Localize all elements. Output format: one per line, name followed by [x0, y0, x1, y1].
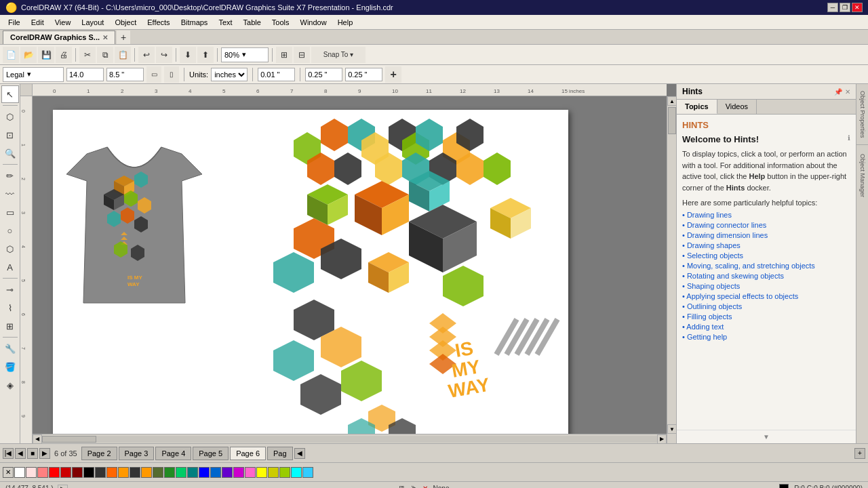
- open-button[interactable]: 📂: [20, 47, 37, 63]
- document-tab[interactable]: CorelDRAW Graphics S... ✕: [3, 30, 115, 44]
- hints-close-button[interactable]: ✕: [845, 88, 850, 96]
- polygon-tool[interactable]: ⬡: [1, 240, 19, 258]
- page-canvas[interactable]: IS MY WAY Artwork by Jose Tzontlimatzi L…: [53, 110, 568, 443]
- color-swatch-darkyellow[interactable]: [268, 467, 279, 478]
- color-swatch-ltblue[interactable]: [302, 467, 313, 478]
- interactive-fill-tool[interactable]: ◈: [1, 376, 19, 394]
- hints-info-icon[interactable]: ℹ: [848, 134, 850, 142]
- snap-button[interactable]: ⊞: [276, 47, 292, 63]
- object-properties-tab[interactable]: Object Properties: [856, 84, 869, 145]
- nudge-input[interactable]: [258, 68, 295, 81]
- landscape-button[interactable]: ▯: [164, 66, 179, 83]
- scroll-up-button[interactable]: ▲: [667, 96, 676, 106]
- plus-button[interactable]: +: [385, 66, 401, 83]
- color-swatch-darkred[interactable]: [60, 467, 71, 478]
- color-swatch-darkgray[interactable]: [95, 467, 106, 478]
- arrow-icon[interactable]: ▶: [58, 485, 68, 489]
- scrollbar-vertical[interactable]: ▲ ▼: [667, 96, 676, 443]
- parallel-dim-tool[interactable]: ⊸: [1, 281, 19, 298]
- menu-table[interactable]: Table: [238, 17, 267, 28]
- color-swatch-pink1[interactable]: [26, 467, 37, 478]
- tab-close-button[interactable]: ✕: [102, 34, 108, 41]
- menu-object[interactable]: Object: [109, 17, 142, 28]
- color-swatch-purple[interactable]: [222, 467, 233, 478]
- shape-tool[interactable]: ⬡: [1, 108, 19, 125]
- link-connector-lines[interactable]: • Drawing connector lines: [682, 221, 850, 229]
- freehand-tool[interactable]: ✏: [1, 167, 19, 184]
- prev-page-button[interactable]: ◀: [15, 448, 26, 459]
- menu-bitmaps[interactable]: Bitmaps: [176, 17, 214, 28]
- tab-topics[interactable]: Topics: [677, 100, 717, 114]
- page-tab-6[interactable]: Page 6: [230, 447, 266, 460]
- ellipse-tool[interactable]: ○: [1, 222, 19, 239]
- smart-draw-tool[interactable]: 〰: [1, 185, 19, 203]
- color-swatch-red[interactable]: [49, 467, 60, 478]
- stop-button[interactable]: ■: [27, 448, 38, 459]
- zoom-dropdown[interactable]: 80% ▾: [221, 47, 269, 62]
- save-button[interactable]: 💾: [38, 47, 54, 63]
- menu-layout[interactable]: Layout: [76, 17, 109, 28]
- link-dimension-lines[interactable]: • Drawing dimension lines: [682, 231, 850, 239]
- color-swatch-blue[interactable]: [199, 467, 210, 478]
- color-swatch-mint[interactable]: [176, 467, 186, 478]
- color-swatch-teal[interactable]: [187, 467, 198, 478]
- color-swatch-pink2[interactable]: [37, 467, 48, 478]
- link-outlining[interactable]: • Outlining objects: [682, 302, 850, 310]
- object-manager-tab[interactable]: Object Manager: [856, 145, 869, 206]
- color-swatch-dark2[interactable]: [130, 467, 140, 478]
- connector-tool[interactable]: ⌇: [1, 299, 19, 317]
- link-adding-text[interactable]: • Adding text: [682, 323, 850, 331]
- color-swatch-medblue[interactable]: [210, 467, 221, 478]
- menu-file[interactable]: File: [3, 17, 26, 28]
- add-tab-button[interactable]: +: [117, 30, 130, 44]
- position-x-input[interactable]: [305, 68, 342, 81]
- scroll-pages-left[interactable]: ◀: [294, 448, 305, 459]
- scroll-down-button[interactable]: ▼: [667, 424, 676, 434]
- menu-help[interactable]: Help: [332, 17, 359, 28]
- color-swatch-olive[interactable]: [153, 467, 163, 478]
- scroll-thumb-h[interactable]: [42, 436, 96, 443]
- redo-button[interactable]: ↪: [156, 47, 172, 63]
- position-y-input[interactable]: [345, 68, 382, 81]
- text-tool[interactable]: A: [1, 258, 19, 276]
- tab-videos[interactable]: Videos: [717, 100, 757, 114]
- menu-tools[interactable]: Tools: [267, 17, 295, 28]
- zoom-tool[interactable]: 🔍: [1, 144, 19, 162]
- page-tab-4[interactable]: Page 4: [155, 447, 191, 460]
- portrait-button[interactable]: ▭: [146, 66, 161, 83]
- color-swatch-magenta[interactable]: [233, 467, 244, 478]
- color-swatch-black[interactable]: [83, 467, 94, 478]
- page-width-input[interactable]: [66, 68, 104, 81]
- new-button[interactable]: 📄: [3, 47, 19, 63]
- page-size-dropdown[interactable]: Legal ▾: [3, 67, 64, 82]
- color-swatch-yellow[interactable]: [256, 467, 267, 478]
- page-tab-5[interactable]: Page 5: [193, 447, 229, 460]
- snap-to-button[interactable]: Snap To ▾: [311, 47, 366, 63]
- color-swatch-maroon[interactable]: [72, 467, 83, 478]
- scroll-thumb-v[interactable]: [668, 107, 676, 134]
- paste-button[interactable]: 📋: [115, 47, 131, 63]
- select-tool[interactable]: ↖: [1, 85, 19, 103]
- hints-pin-button[interactable]: 📌: [834, 88, 842, 96]
- units-dropdown[interactable]: inches mm cm pixels: [211, 68, 248, 81]
- import-button[interactable]: ⬇: [180, 47, 196, 63]
- color-swatch-hotpink[interactable]: [245, 467, 256, 478]
- menu-text[interactable]: Text: [213, 17, 237, 28]
- link-getting-help[interactable]: • Getting help: [682, 333, 850, 341]
- link-moving-scaling[interactable]: • Moving, scaling, and stretching object…: [682, 262, 850, 270]
- color-swatch-orange[interactable]: [106, 467, 117, 478]
- table-tool[interactable]: ⊞: [1, 317, 19, 335]
- fill-tool[interactable]: 🪣: [1, 358, 19, 375]
- page-tab-next[interactable]: Pag: [267, 447, 293, 460]
- cut-button[interactable]: ✂: [79, 47, 96, 63]
- eyedropper-tool[interactable]: 🔧: [1, 340, 19, 357]
- link-special-effects[interactable]: • Applying special effects to objects: [682, 292, 850, 300]
- color-swatch-white[interactable]: [14, 467, 25, 478]
- color-swatch-amber[interactable]: [141, 467, 152, 478]
- color-swatch-green[interactable]: [164, 467, 175, 478]
- minimize-button[interactable]: ─: [827, 3, 838, 12]
- link-drawing-lines[interactable]: • Drawing lines: [682, 211, 850, 219]
- color-swatch-cyan[interactable]: [291, 467, 302, 478]
- link-selecting-objects[interactable]: • Selecting objects: [682, 251, 850, 260]
- page-height-input[interactable]: [106, 68, 144, 81]
